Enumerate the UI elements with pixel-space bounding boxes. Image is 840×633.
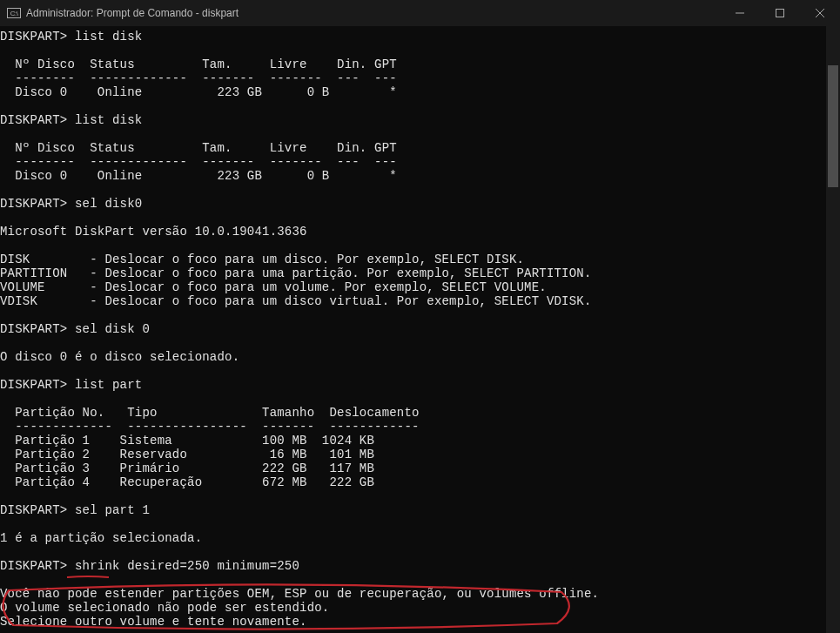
minimize-button[interactable]: [720, 0, 760, 26]
terminal-line: DISKPART> shrink desired=250 minimum=250: [0, 559, 840, 573]
scrollbar-thumb[interactable]: [828, 65, 838, 187]
terminal-line: Partição 2 Reservado 16 MB 101 MB: [0, 448, 840, 461]
terminal-line: Microsoft DiskPart versão 10.0.19041.363…: [0, 225, 840, 239]
terminal-line: ------------- ---------------- ------- -…: [0, 420, 840, 434]
terminal-line: Disco 0 Online 223 GB 0 B *: [0, 169, 840, 183]
terminal-line: Nº Disco Status Tam. Livre Din. GPT: [0, 141, 840, 155]
terminal-line: Partição 4 Recuperação 672 MB 222 GB: [0, 475, 840, 489]
terminal-line: [0, 545, 840, 559]
terminal-line: Nº Disco Status Tam. Livre Din. GPT: [0, 57, 840, 71]
titlebar: C:\ Administrador: Prompt de Comando - d…: [0, 0, 840, 26]
terminal-line: [0, 239, 840, 253]
terminal-line: DISKPART> sel disk 0: [0, 322, 840, 336]
terminal-line: Partição No. Tipo Tamanho Deslocamento: [0, 406, 840, 420]
terminal-line: DISKPART> sel part 1: [0, 503, 840, 517]
terminal-line: [0, 127, 840, 141]
terminal-line: DISKPART> list disk: [0, 113, 840, 127]
terminal-line: DISK - Deslocar o foco para um disco. Po…: [0, 253, 840, 266]
terminal-line: PARTITION - Deslocar o foco para uma par…: [0, 266, 840, 280]
terminal-line: O volume selecionado não pode ser estend…: [0, 601, 840, 615]
terminal-line: [0, 99, 840, 113]
terminal-line: VDISK - Deslocar o foco para um disco vi…: [0, 294, 840, 308]
terminal-line: [0, 308, 840, 322]
terminal-line: 1 é a partição selecionada.: [0, 531, 840, 545]
terminal-line: -------- ------------- ------- ------- -…: [0, 155, 840, 169]
terminal-line: [0, 211, 840, 225]
terminal-line: Disco 0 Online 223 GB 0 B *: [0, 85, 840, 99]
terminal-line: [0, 336, 840, 350]
window-controls: [720, 0, 840, 26]
cmd-icon: C:\: [7, 8, 21, 18]
terminal-line: DISKPART> list disk: [0, 30, 840, 44]
terminal-line: Partição 3 Primário 222 GB 117 MB: [0, 461, 840, 475]
terminal-line: Partição 1 Sistema 100 MB 1024 KB: [0, 434, 840, 448]
terminal-line: DISKPART> sel disk0: [0, 197, 840, 211]
svg-rect-1: [776, 10, 784, 17]
terminal-line: [0, 364, 840, 378]
terminal-line: Selecione outro volume e tente novamente…: [0, 615, 840, 629]
terminal-line: [0, 44, 840, 57]
window-title: Administrador: Prompt de Comando - diskp…: [26, 7, 239, 19]
terminal-line: [0, 489, 840, 503]
scrollbar[interactable]: [826, 26, 840, 633]
terminal-line: [0, 573, 840, 587]
terminal-line: -------- ------------- ------- ------- -…: [0, 71, 840, 85]
terminal-line: DISKPART> list part: [0, 378, 840, 392]
terminal-line: [0, 517, 840, 531]
close-button[interactable]: [800, 0, 840, 26]
terminal-line: Você não pode estender partições OEM, ES…: [0, 587, 840, 601]
terminal-output[interactable]: DISKPART> list disk Nº Disco Status Tam.…: [0, 26, 840, 629]
maximize-button[interactable]: [760, 0, 800, 26]
terminal-line: VOLUME - Deslocar o foco para um volume.…: [0, 280, 840, 294]
terminal-line: [0, 392, 840, 406]
terminal-line: [0, 183, 840, 197]
terminal-line: O disco 0 é o disco selecionado.: [0, 350, 840, 364]
